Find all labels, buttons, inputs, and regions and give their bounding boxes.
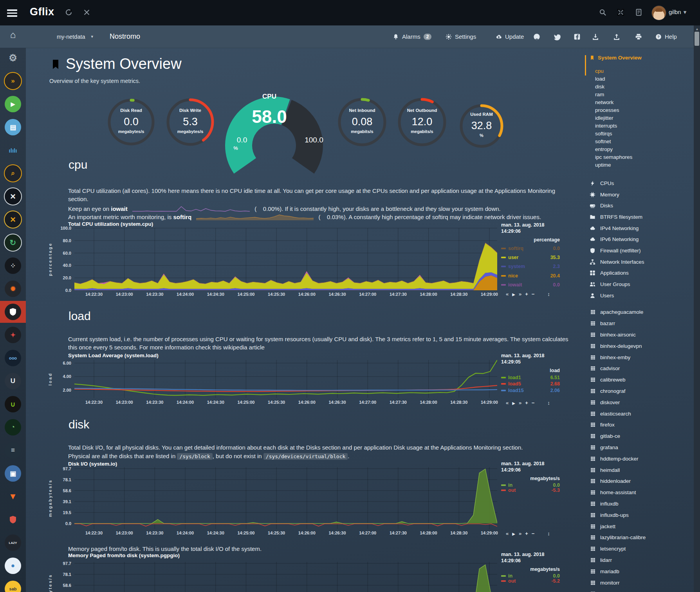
- sidebar-app-plex[interactable]: »: [0, 70, 26, 92]
- scrollbar-thumb[interactable]: [695, 32, 699, 46]
- menu-app-lidarr[interactable]: lidarr: [590, 554, 697, 566]
- zoom-in-button[interactable]: [525, 531, 528, 536]
- play-button[interactable]: [512, 531, 515, 536]
- sidebar-app-app-x-gold[interactable]: ×: [0, 209, 26, 230]
- legend-item-nice[interactable]: nice20.4: [501, 271, 560, 280]
- page-scrollbar[interactable]: ▲: [694, 25, 700, 592]
- chart-system.io[interactable]: 14:22:3014:23:0014:23:3014:24:0014:24:30…: [46, 461, 504, 540]
- legend-item-softirq[interactable]: softirq0.0: [501, 244, 560, 253]
- sidebar-app-sabnzbd[interactable]: sab: [0, 578, 26, 592]
- github-button[interactable]: [533, 25, 540, 48]
- settings-button[interactable]: Settings: [446, 25, 476, 48]
- menu-item-load[interactable]: load: [595, 75, 697, 83]
- legend-item-load5[interactable]: load52.68: [501, 381, 560, 387]
- menu-section-applications[interactable]: Applications: [590, 268, 697, 279]
- menu-app-monitorr[interactable]: monitorr: [590, 577, 697, 588]
- menu-app-apacheguacamole[interactable]: apacheguacamole: [590, 307, 697, 318]
- sidebar-app-airsonic[interactable]: ılılı: [0, 139, 26, 161]
- refresh-icon[interactable]: [65, 9, 72, 16]
- zoom-in-button[interactable]: [525, 291, 528, 297]
- menu-app-influxdb-ups[interactable]: influxdb-ups: [590, 509, 697, 521]
- menu-app-netdata[interactable]: netdata: [590, 588, 697, 592]
- menu-app-letsencrypt[interactable]: letsencrypt: [590, 543, 697, 554]
- sidebar-app-app-drop[interactable]: ●: [0, 555, 26, 577]
- menu-app-binhex-delugevpn[interactable]: binhex-delugevpn: [590, 340, 697, 352]
- menu-app-binhex-emby[interactable]: binhex-emby: [590, 352, 697, 363]
- sidebar-app-unraid[interactable]: ∪: [0, 393, 26, 415]
- search-icon[interactable]: [599, 9, 606, 16]
- legend-item-out[interactable]: out-5.2: [501, 579, 560, 584]
- menu-item-ram[interactable]: ram: [595, 91, 697, 99]
- menu-app-elasticsearch[interactable]: elasticsearch: [590, 408, 697, 419]
- menu-section-memory[interactable]: Memory: [590, 189, 697, 200]
- menu-app-calibreweb[interactable]: calibreweb: [590, 374, 697, 385]
- sidebar-app-app-molecule[interactable]: ⁘: [0, 255, 26, 277]
- sidebar-app-grafana[interactable]: ✹: [0, 278, 26, 300]
- update-button[interactable]: Update: [496, 25, 524, 48]
- scrollbar-up-arrow[interactable]: ▲: [695, 27, 699, 31]
- menu-item-entropy[interactable]: entropy: [595, 146, 697, 153]
- gauge-disk-write[interactable]: Disk Write5.3megabytes/s: [162, 94, 218, 150]
- pan-back-button[interactable]: [506, 531, 509, 536]
- sidebar-app-app-x-blue[interactable]: ×: [0, 185, 26, 207]
- menu-section-disks[interactable]: Disks: [590, 200, 697, 211]
- menu-app-chronograf[interactable]: chronograf: [590, 385, 697, 397]
- chart-system.cpu[interactable]: 14:22:3014:23:0014:23:3014:24:0014:24:30…: [46, 218, 504, 306]
- menu-app-grafana[interactable]: grafana: [590, 442, 697, 453]
- menu-app-jackett[interactable]: jackett: [590, 521, 697, 532]
- menu-app-cadvisor[interactable]: cadvisor: [590, 363, 697, 374]
- user-menu[interactable]: gilbn: [669, 9, 686, 16]
- menu-section-firewall-netfilter-[interactable]: Firewall (netfilter): [590, 245, 697, 256]
- sidebar-app-jackett[interactable]: U: [0, 370, 26, 392]
- sidebar-app-app-green-circle[interactable]: ◔: [0, 416, 26, 438]
- menu-app-binhex-airsonic[interactable]: binhex-airsonic: [590, 329, 697, 340]
- resize-handle[interactable]: [547, 400, 550, 406]
- import-button[interactable]: [592, 25, 599, 48]
- sidebar-app-shield-app[interactable]: [0, 301, 26, 323]
- zoom-in-button[interactable]: [525, 400, 528, 406]
- gauge-disk-read[interactable]: Disk Read0.0megabytes/s: [104, 95, 159, 149]
- menu-section-user-groups[interactable]: User Groups: [590, 279, 697, 290]
- changelog-icon[interactable]: [635, 9, 642, 16]
- sidebar-app-gitlab[interactable]: ▼: [0, 486, 26, 507]
- chart-system.pgpgio[interactable]: 14:22:3014:23:0014:23:3014:24:0014:24:30…: [46, 557, 504, 592]
- sidebar-app-app-red-cluster[interactable]: ✦: [0, 324, 26, 346]
- menu-item-interrupts[interactable]: interrupts: [595, 122, 697, 130]
- menu-item-cpu[interactable]: cpu: [595, 67, 697, 75]
- close-tab-icon[interactable]: [83, 9, 90, 16]
- hamburger-menu-icon[interactable]: [7, 9, 17, 16]
- menu-item-disk[interactable]: disk: [595, 83, 697, 91]
- menu-item-softnet[interactable]: softnet: [595, 138, 697, 146]
- menu-app-gitlab-ce[interactable]: gitlab-ce: [590, 430, 697, 442]
- menu-item-uptime[interactable]: uptime: [595, 161, 697, 169]
- menu-app-home-assistant[interactable]: home-assistant: [590, 487, 697, 498]
- export-button[interactable]: [613, 25, 620, 48]
- play-button[interactable]: [512, 400, 515, 406]
- resize-handle[interactable]: [547, 531, 550, 536]
- sidebar-app-emby[interactable]: ▶: [0, 93, 26, 115]
- menu-section-users[interactable]: Users: [590, 290, 697, 301]
- zoom-out-button[interactable]: [532, 291, 535, 297]
- zoom-out-button[interactable]: [532, 400, 535, 406]
- sidebar-app-shield-red[interactable]: [0, 509, 26, 531]
- menu-app-lazylibrarian-calibre[interactable]: lazylibrarian-calibre: [590, 532, 697, 543]
- gauge-cpu[interactable]: CPU58.00.0100.0%: [221, 87, 327, 177]
- menu-app-diskover[interactable]: diskover: [590, 397, 697, 408]
- chart-system.load[interactable]: 14:22:3014:23:0014:23:3014:24:0014:24:30…: [46, 351, 504, 410]
- legend-item-load1[interactable]: load16.51: [501, 374, 560, 381]
- menu-item-idlejitter[interactable]: idlejitter: [595, 114, 697, 122]
- legend-item-user[interactable]: user35.3: [501, 253, 560, 262]
- menu-app-mariadb[interactable]: mariadb: [590, 566, 697, 577]
- legend-item-in[interactable]: in0.0: [501, 482, 560, 488]
- menu-item-ipc-semaphores[interactable]: ipc semaphores: [595, 153, 697, 161]
- menu-app-firefox[interactable]: firefox: [590, 419, 697, 431]
- menu-item-softirqs[interactable]: softirqs: [595, 130, 697, 138]
- zoom-out-button[interactable]: [532, 531, 535, 536]
- sidebar-app-lazylibrarian[interactable]: ⌕: [0, 162, 26, 184]
- menu-app-hiddenloader[interactable]: hiddenloader: [590, 476, 697, 487]
- user-avatar[interactable]: [651, 5, 666, 20]
- gauge-net-inbound[interactable]: Net Inbound0.08megabits/s: [334, 94, 390, 150]
- play-button[interactable]: [512, 291, 515, 297]
- menu-app-hddtemp-docker[interactable]: hddtemp-docker: [590, 453, 697, 464]
- menu-item-processes[interactable]: processes: [595, 106, 697, 114]
